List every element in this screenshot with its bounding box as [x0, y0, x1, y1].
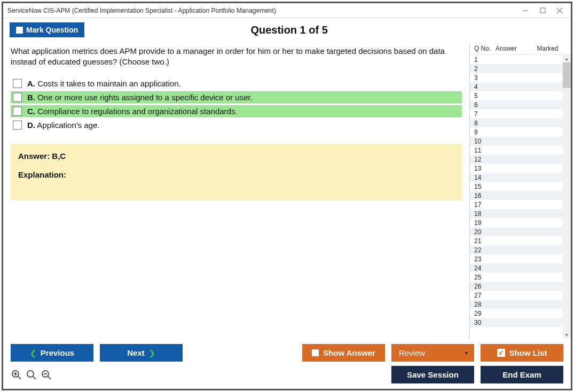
question-list-row[interactable]: 8 [470, 118, 563, 127]
choice-row[interactable]: C. Compliance to regulations and organiz… [11, 105, 462, 117]
choice-row[interactable]: A. Costs it takes to maintain an applica… [11, 77, 462, 90]
question-list-row[interactable]: 23 [470, 254, 563, 263]
zoom-in-icon[interactable] [11, 369, 22, 381]
save-session-button[interactable]: Save Session [391, 366, 474, 383]
choice-row[interactable]: B. One or more use rights assigned to a … [11, 91, 462, 103]
show-answer-button[interactable]: Show Answer [302, 344, 385, 362]
scroll-up-icon[interactable]: ▴ [563, 55, 571, 62]
scroll-thumb[interactable] [563, 62, 571, 88]
window-title: ServiceNow CIS-APM (Certified Implementa… [7, 7, 522, 14]
question-list-row[interactable]: 16 [470, 191, 563, 200]
question-list-row[interactable]: 20 [470, 227, 563, 236]
header-row: Mark Question Question 1 of 5 [3, 18, 571, 43]
footer-row-2: Save Session End Exam [11, 366, 563, 383]
mark-question-button[interactable]: Mark Question [10, 22, 84, 37]
dropdown-caret-icon: ▼ [464, 350, 469, 356]
zoom-reset-icon[interactable] [26, 369, 37, 381]
content-area: What application metrics does APM provid… [3, 43, 571, 339]
choice-checkbox[interactable] [13, 121, 22, 130]
mark-checkbox-icon [16, 27, 23, 34]
choice-checkbox[interactable] [13, 79, 22, 88]
end-exam-button[interactable]: End Exam [481, 366, 563, 383]
explanation-label: Explanation: [18, 170, 454, 179]
question-list-row[interactable]: 6 [470, 100, 563, 109]
choice-label: A. Costs it takes to maintain an applica… [27, 79, 181, 88]
review-label: Review [399, 348, 425, 357]
maximize-icon[interactable] [539, 7, 546, 14]
question-list-panel: Q No. Answer Marked 12345678910111213141… [469, 43, 571, 339]
zoom-controls [11, 369, 52, 381]
question-list-row[interactable]: 12 [470, 155, 563, 164]
question-list-row[interactable]: 18 [470, 209, 563, 218]
choice-checkbox[interactable] [13, 107, 22, 116]
question-list-row[interactable]: 30 [470, 318, 563, 327]
question-list-row[interactable]: 9 [470, 127, 563, 137]
minimize-icon[interactable] [522, 7, 529, 14]
question-list-wrap: 1234567891011121314151617181920212223242… [470, 54, 571, 339]
next-label: Next [127, 348, 145, 357]
col-answer: Answer [496, 45, 528, 52]
answer-panel: Answer: B,C Explanation: [11, 144, 462, 201]
question-list-row[interactable]: 5 [470, 91, 563, 100]
question-list-row[interactable]: 25 [470, 273, 563, 282]
question-list-row[interactable]: 13 [470, 164, 563, 173]
question-list-row[interactable]: 1 [470, 55, 563, 64]
window-controls [522, 7, 563, 14]
svg-line-9 [33, 377, 36, 379]
question-text: What application metrics does APM provid… [11, 46, 462, 68]
question-list-row[interactable]: 3 [470, 73, 563, 82]
question-list-row[interactable]: 27 [470, 291, 563, 300]
previous-button[interactable]: ❮ Previous [11, 344, 93, 362]
show-list-label: Show List [509, 348, 547, 357]
chevron-left-icon: ❮ [30, 349, 36, 357]
svg-line-5 [18, 377, 21, 379]
question-list-row[interactable]: 21 [470, 236, 563, 245]
question-list-row[interactable]: 2 [470, 64, 563, 73]
question-list-row[interactable]: 10 [470, 137, 563, 146]
question-list-row[interactable]: 26 [470, 282, 563, 291]
show-answer-checkbox-icon [312, 349, 319, 356]
choice-checkbox[interactable] [13, 93, 22, 102]
question-list-row[interactable]: 15 [470, 182, 563, 191]
question-list-row[interactable]: 24 [470, 263, 563, 273]
choice-row[interactable]: D. Application's age. [11, 119, 462, 131]
svg-rect-1 [540, 8, 545, 13]
question-list-header: Q No. Answer Marked [470, 43, 571, 54]
question-list-row[interactable]: 28 [470, 300, 563, 309]
question-list[interactable]: 1234567891011121314151617181920212223242… [470, 55, 563, 339]
review-dropdown[interactable]: Review ▼ [391, 344, 474, 362]
choices-list: A. Costs it takes to maintain an applica… [11, 77, 462, 131]
question-list-row[interactable]: 17 [470, 200, 563, 209]
question-list-row[interactable]: 11 [470, 146, 563, 155]
next-button[interactable]: Next ❯ [100, 344, 183, 362]
close-icon[interactable] [556, 7, 563, 14]
choice-label: C. Compliance to regulations and organiz… [27, 107, 238, 116]
question-list-row[interactable]: 14 [470, 173, 563, 182]
main-panel: What application metrics does APM provid… [3, 43, 469, 339]
footer: ❮ Previous Next ❯ Show Answer Review ▼ ✓… [3, 339, 571, 389]
mark-question-label: Mark Question [26, 26, 78, 34]
save-session-label: Save Session [407, 370, 459, 379]
question-list-row[interactable]: 29 [470, 309, 563, 318]
choice-label: D. Application's age. [27, 121, 99, 130]
question-list-row[interactable]: 19 [470, 218, 563, 227]
col-qno: Q No. [474, 45, 496, 52]
choice-label: B. One or more use rights assigned to a … [27, 93, 253, 102]
svg-line-11 [48, 377, 51, 379]
end-exam-label: End Exam [502, 370, 541, 379]
question-list-row[interactable]: 7 [470, 109, 563, 118]
svg-point-8 [27, 371, 34, 377]
show-answer-label: Show Answer [323, 348, 375, 357]
col-marked: Marked [528, 45, 568, 52]
scrollbar[interactable]: ▴ ▾ [563, 55, 571, 339]
titlebar: ServiceNow CIS-APM (Certified Implementa… [3, 3, 571, 18]
show-list-button[interactable]: ✓ Show List [481, 344, 563, 362]
app-window: ServiceNow CIS-APM (Certified Implementa… [2, 2, 572, 390]
question-heading: Question 1 of 5 [84, 24, 494, 36]
scroll-down-icon[interactable]: ▾ [563, 331, 571, 339]
scroll-track[interactable] [563, 62, 571, 331]
footer-row-1: ❮ Previous Next ❯ Show Answer Review ▼ ✓… [11, 344, 563, 362]
question-list-row[interactable]: 22 [470, 245, 563, 254]
zoom-out-icon[interactable] [41, 369, 52, 381]
question-list-row[interactable]: 4 [470, 82, 563, 91]
